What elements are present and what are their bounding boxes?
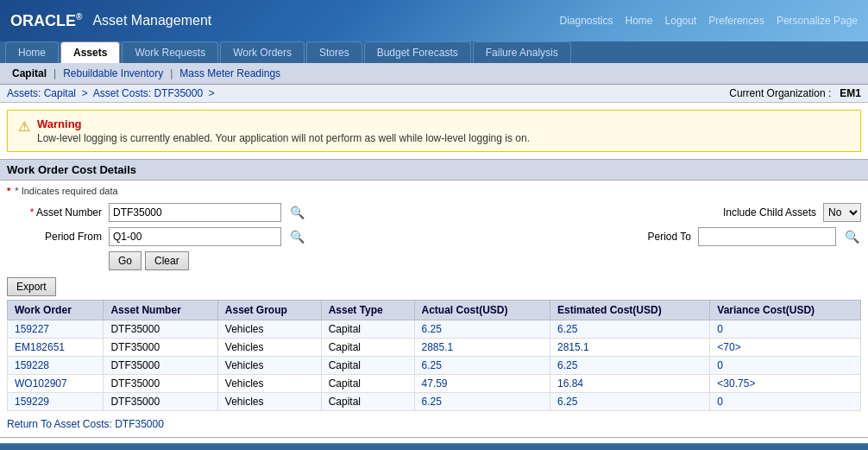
col-work-order: Work Order bbox=[8, 301, 104, 320]
form-area: Asset Number 🔍 Include Child Assets No Y… bbox=[0, 203, 868, 270]
cell-asset-type: Capital bbox=[321, 339, 414, 357]
cell-variance-cost[interactable]: <30.75> bbox=[710, 375, 861, 393]
table-row: 159227DTF35000VehiclesCapital6.256.250 bbox=[8, 320, 861, 339]
cell-actual-cost[interactable]: 6.25 bbox=[414, 393, 550, 411]
tab-budget-forecasts[interactable]: Budget Forecasts bbox=[364, 41, 471, 63]
col-variance-cost: Variance Cost(USD) bbox=[710, 301, 861, 320]
include-child-label: Include Child Assets bbox=[704, 206, 816, 219]
cell-asset-type: Capital bbox=[321, 393, 414, 411]
period-to-input[interactable] bbox=[698, 227, 836, 246]
header-nav-preferences[interactable]: Preferences bbox=[708, 15, 764, 27]
cell-estimated-cost[interactable]: 6.25 bbox=[550, 320, 710, 339]
cell-variance-cost[interactable]: 0 bbox=[710, 357, 861, 375]
app-header: ORACLE® Asset Management Diagnostics Hom… bbox=[0, 0, 868, 41]
tab-work-orders[interactable]: Work Orders bbox=[220, 41, 305, 63]
cell-asset-number: DTF35000 bbox=[104, 357, 217, 375]
col-asset-number: Asset Number bbox=[104, 301, 217, 320]
go-button[interactable]: Go bbox=[109, 251, 142, 270]
return-link[interactable]: Return To Asset Costs: DTF35000 bbox=[7, 418, 164, 430]
main-nav: Home Assets Work Requests Work Orders St… bbox=[0, 41, 868, 63]
org-value: EM1 bbox=[840, 87, 861, 99]
cell-asset-type: Capital bbox=[321, 375, 414, 393]
cell-asset-number: DTF35000 bbox=[104, 339, 217, 357]
header-nav-home[interactable]: Home bbox=[626, 15, 653, 27]
header-nav: Diagnostics Home Logout Preferences Pers… bbox=[559, 15, 858, 27]
section-title: Work Order Cost Details bbox=[0, 159, 868, 181]
cell-estimated-cost[interactable]: 6.25 bbox=[550, 393, 710, 411]
org-info: Current Organization : EM1 bbox=[729, 87, 861, 99]
header-nav-personalize[interactable]: Personalize Page bbox=[777, 15, 858, 27]
header-nav-diagnostics[interactable]: Diagnostics bbox=[559, 15, 613, 27]
cell-actual-cost[interactable]: 2885.1 bbox=[414, 339, 550, 357]
tab-stores[interactable]: Stores bbox=[306, 41, 362, 63]
cost-table: Work Order Asset Number Asset Group Asse… bbox=[7, 300, 861, 411]
required-note: * * Indicates required data bbox=[7, 186, 861, 196]
cell-work-order[interactable]: 159228 bbox=[8, 357, 104, 375]
cell-actual-cost[interactable]: 6.25 bbox=[414, 357, 550, 375]
clear-button[interactable]: Clear bbox=[145, 251, 189, 270]
cell-variance-cost[interactable]: <70> bbox=[710, 339, 861, 357]
cell-work-order[interactable]: 159227 bbox=[8, 320, 104, 339]
form-row-asset: Asset Number 🔍 Include Child Assets No Y… bbox=[7, 203, 861, 222]
sub-nav: Capital | Rebuildable Inventory | Mass M… bbox=[0, 63, 868, 85]
asset-number-search-icon[interactable]: 🔍 bbox=[288, 206, 306, 219]
asset-number-label: Asset Number bbox=[7, 206, 102, 219]
org-label: Current Organization : bbox=[729, 87, 831, 99]
cell-asset-number: DTF35000 bbox=[104, 393, 217, 411]
col-estimated-cost: Estimated Cost(USD) bbox=[550, 301, 710, 320]
period-from-label: Period From bbox=[7, 231, 102, 243]
warning-title: Warning bbox=[37, 117, 530, 130]
cell-variance-cost[interactable]: 0 bbox=[710, 320, 861, 339]
cell-asset-group: Vehicles bbox=[217, 339, 321, 357]
warning-box: ⚠ Warning Low-level logging is currently… bbox=[7, 110, 861, 152]
sub-tab-rebuildable[interactable]: Rebuildable Inventory bbox=[58, 66, 168, 81]
breadcrumb-assets-capital[interactable]: Assets: Capital bbox=[7, 87, 76, 99]
period-from-search-icon[interactable]: 🔍 bbox=[288, 230, 306, 244]
asset-number-input[interactable] bbox=[109, 203, 281, 222]
cell-estimated-cost[interactable]: 16.84 bbox=[550, 375, 710, 393]
breadcrumb-asset-costs[interactable]: Asset Costs: DTF35000 bbox=[93, 87, 203, 99]
cell-asset-group: Vehicles bbox=[217, 375, 321, 393]
cell-asset-group: Vehicles bbox=[217, 320, 321, 339]
cell-asset-number: DTF35000 bbox=[104, 320, 217, 339]
sub-tab-capital[interactable]: Capital bbox=[7, 66, 52, 81]
tab-home[interactable]: Home bbox=[5, 41, 59, 63]
export-area: Export bbox=[7, 277, 861, 296]
cell-work-order[interactable]: EM182651 bbox=[8, 339, 104, 357]
header-nav-logout[interactable]: Logout bbox=[665, 15, 697, 27]
oracle-logo: ORACLE® bbox=[10, 12, 82, 30]
cell-estimated-cost[interactable]: 6.25 bbox=[550, 357, 710, 375]
tab-assets[interactable]: Assets bbox=[60, 41, 120, 63]
table-row: EM182651DTF35000VehiclesCapital2885.1281… bbox=[8, 339, 861, 357]
app-title: Asset Management bbox=[92, 13, 211, 29]
period-to-search-icon[interactable]: 🔍 bbox=[843, 230, 861, 244]
period-from-input[interactable] bbox=[109, 227, 281, 246]
breadcrumb-bar: Assets: Capital > Asset Costs: DTF35000 … bbox=[0, 85, 868, 103]
cell-actual-cost[interactable]: 6.25 bbox=[414, 320, 550, 339]
include-child-select[interactable]: No Yes bbox=[823, 203, 861, 222]
table-header-row: Work Order Asset Number Asset Group Asse… bbox=[8, 301, 861, 320]
col-actual-cost: Actual Cost(USD) bbox=[414, 301, 550, 320]
breadcrumb: Assets: Capital > Asset Costs: DTF35000 … bbox=[7, 87, 215, 99]
col-asset-type: Asset Type bbox=[321, 301, 414, 320]
cell-asset-number: DTF35000 bbox=[104, 375, 217, 393]
form-row-period: Period From 🔍 Period To 🔍 bbox=[7, 227, 861, 246]
cell-variance-cost[interactable]: 0 bbox=[710, 393, 861, 411]
period-to-label: Period To bbox=[579, 231, 691, 243]
header-left: ORACLE® Asset Management bbox=[10, 12, 211, 30]
form-buttons: Go Clear bbox=[109, 251, 861, 270]
cell-actual-cost[interactable]: 47.59 bbox=[414, 375, 550, 393]
cell-work-order[interactable]: WO102907 bbox=[8, 375, 104, 393]
tab-failure-analysis[interactable]: Failure Analysis bbox=[473, 41, 571, 63]
export-button[interactable]: Export bbox=[7, 277, 56, 296]
cell-asset-type: Capital bbox=[321, 320, 414, 339]
sub-tab-mass-meter[interactable]: Mass Meter Readings bbox=[174, 66, 286, 81]
table-row: 159228DTF35000VehiclesCapital6.256.250 bbox=[8, 357, 861, 375]
tab-work-requests[interactable]: Work Requests bbox=[122, 41, 218, 63]
cell-asset-group: Vehicles bbox=[217, 357, 321, 375]
col-asset-group: Asset Group bbox=[217, 301, 321, 320]
cell-estimated-cost[interactable]: 2815.1 bbox=[550, 339, 710, 357]
warning-icon: ⚠ bbox=[18, 118, 30, 135]
cell-work-order[interactable]: 159229 bbox=[8, 393, 104, 411]
table-row: WO102907DTF35000VehiclesCapital47.5916.8… bbox=[8, 375, 861, 393]
